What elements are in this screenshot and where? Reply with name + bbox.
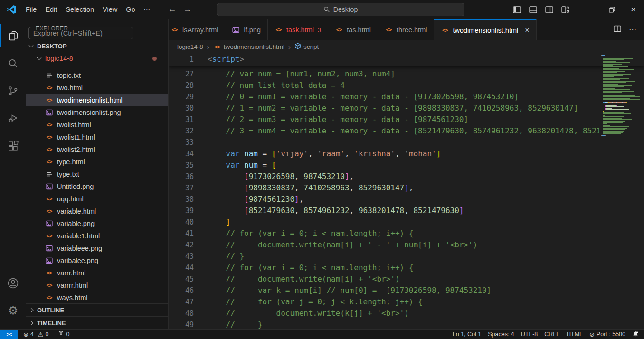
code-line[interactable]: 35 var num = [ bbox=[169, 160, 644, 171]
code-line[interactable]: 48 // document.write(k[j] + '<br>') bbox=[169, 308, 644, 319]
language-mode[interactable]: HTML bbox=[563, 330, 586, 339]
extensions-icon[interactable] bbox=[0, 134, 26, 158]
file-two.html[interactable]: <>two.html bbox=[26, 82, 168, 94]
file-twolist1.html[interactable]: <>twolist1.html bbox=[26, 131, 168, 143]
line-number[interactable]: 35 bbox=[169, 160, 194, 171]
line-number[interactable]: 42 bbox=[169, 239, 194, 251]
line-number[interactable]: 40 bbox=[169, 217, 194, 228]
tab-twodimensionlist.html[interactable]: <>twodimensionlist.html× bbox=[434, 19, 536, 40]
tab-if.png[interactable]: if.png bbox=[225, 19, 267, 40]
breadcrumb-item-script[interactable]: script bbox=[294, 43, 319, 51]
line-number[interactable]: 41 bbox=[169, 228, 194, 239]
file-variable1.html[interactable]: <>variable1.html bbox=[26, 230, 168, 242]
back-arrow-icon[interactable]: ← bbox=[168, 4, 177, 14]
code-line[interactable]: 29 // 0 = num1 = variable - memory - dat… bbox=[169, 91, 644, 103]
breadcrumb-item-twodimensionlist.html[interactable]: <>twodimensionlist.html bbox=[213, 43, 284, 50]
line-number[interactable]: 44 bbox=[169, 262, 194, 273]
code-line[interactable]: 27 // var num = [num1, num2, num3, num4] bbox=[169, 68, 644, 80]
code-line[interactable]: 45 // document.write(nam[i] + '<br>') bbox=[169, 273, 644, 285]
code-editor[interactable]: 26 // var num4 = [8521479630, 8574961232… bbox=[169, 53, 644, 329]
folder-logic14-8[interactable]: logic14-8 bbox=[26, 52, 168, 65]
line-number[interactable]: 37 bbox=[169, 182, 194, 194]
code-line[interactable]: 34 var nam = ['vijay', 'raam', 'krishna'… bbox=[169, 148, 644, 160]
command-center-search[interactable]: Desktop bbox=[217, 3, 464, 16]
line-number[interactable]: 32 bbox=[169, 125, 194, 137]
line-number[interactable]: 45 bbox=[169, 273, 194, 285]
indentation-status[interactable]: Spaces: 4 bbox=[484, 330, 518, 339]
menu-edit[interactable]: Edit bbox=[41, 3, 61, 16]
explorer-icon[interactable] bbox=[0, 24, 26, 47]
toggle-panel-icon[interactable] bbox=[527, 3, 539, 16]
file-variable.png[interactable]: variable.png bbox=[26, 217, 168, 230]
sticky-scroll-line[interactable]: 1<script> bbox=[169, 53, 644, 66]
settings-gear-icon[interactable]: ⚙ bbox=[0, 299, 26, 322]
code-line[interactable]: 40 ] bbox=[169, 217, 644, 228]
problems-status[interactable]: ⊗ 4 ⚠ 0 bbox=[20, 330, 52, 339]
line-number[interactable]: 47 bbox=[169, 296, 194, 308]
code-line[interactable]: 33 bbox=[169, 137, 644, 148]
file-twolist.html[interactable]: <>twolist.html bbox=[26, 119, 168, 131]
code-line[interactable]: 31 // 2 = num3 = variable - memory - dat… bbox=[169, 114, 644, 125]
close-tab-icon[interactable]: × bbox=[525, 26, 529, 35]
code-line[interactable]: 30 // 1 = num2 = variable - memory - dat… bbox=[169, 103, 644, 114]
menu-selection[interactable]: Selection bbox=[61, 3, 98, 16]
line-number[interactable]: 30 bbox=[169, 103, 194, 114]
split-editor-icon[interactable] bbox=[614, 25, 621, 34]
line-number[interactable]: 27 bbox=[169, 68, 194, 80]
code-line[interactable]: 38 [9874561230], bbox=[169, 194, 644, 205]
tab-three.html[interactable]: <>three.html bbox=[378, 19, 434, 40]
file-varrrr.html[interactable]: <>varrrr.html bbox=[26, 279, 168, 292]
file-topic.txt[interactable]: topic.txt bbox=[26, 69, 168, 82]
menu-more-button[interactable]: ⋯ bbox=[140, 3, 155, 16]
line-number[interactable]: 49 bbox=[169, 319, 194, 329]
accounts-icon[interactable] bbox=[0, 271, 26, 295]
outline-section[interactable]: OUTLINE bbox=[26, 303, 168, 316]
close-window-button[interactable]: × bbox=[623, 0, 644, 19]
code-line[interactable]: 36 [9173026598, 987453210], bbox=[169, 171, 644, 182]
line-number[interactable]: 36 bbox=[169, 171, 194, 182]
notifications-bell[interactable] bbox=[629, 330, 642, 339]
cursor-position[interactable]: Ln 1, Col 1 bbox=[449, 330, 484, 339]
search-sidebar-icon[interactable] bbox=[0, 51, 26, 75]
file-varrr.html[interactable]: <>varrr.html bbox=[26, 267, 168, 279]
line-number[interactable]: 28 bbox=[169, 80, 194, 91]
code-line[interactable]: 28 // num list total data = 4 bbox=[169, 80, 644, 91]
file-Untitled.png[interactable]: Untitled.png bbox=[26, 180, 168, 193]
minimize-button[interactable]: ─ bbox=[580, 0, 601, 19]
code-line[interactable]: 44 // for (var i = 0; i < nam.length; i+… bbox=[169, 262, 644, 273]
file-type.txt[interactable]: type.txt bbox=[26, 168, 168, 180]
line-number[interactable]: 33 bbox=[169, 137, 194, 148]
file-variable.html[interactable]: <>variable.html bbox=[26, 205, 168, 217]
code-line[interactable]: 32 // 3 = num4 = variable - memory - dat… bbox=[169, 125, 644, 137]
line-number[interactable]: 39 bbox=[169, 205, 194, 217]
code-line[interactable]: 49 // } bbox=[169, 319, 644, 329]
file-twolist2.html[interactable]: <>twolist2.html bbox=[26, 143, 168, 156]
menu-file[interactable]: File bbox=[21, 3, 41, 16]
file-type.html[interactable]: <>type.html bbox=[26, 156, 168, 168]
source-control-icon[interactable] bbox=[0, 79, 26, 103]
menu-view[interactable]: View bbox=[98, 3, 122, 16]
file-uqq.html[interactable]: <>uqq.html bbox=[26, 193, 168, 205]
breadcrumb-item-logic14-8[interactable]: logic14-8 bbox=[177, 43, 203, 50]
remote-indicator[interactable]: >< bbox=[0, 330, 18, 339]
customize-layout-icon[interactable] bbox=[559, 3, 571, 16]
tab-isArray.html[interactable]: <>isArray.html bbox=[169, 19, 225, 40]
encoding-status[interactable]: UTF-8 bbox=[518, 330, 541, 339]
toggle-secondary-sidebar-icon[interactable] bbox=[543, 3, 555, 16]
line-number[interactable]: 38 bbox=[169, 194, 194, 205]
code-line[interactable]: 42 // document.write(nam[i] + ' - ' + nu… bbox=[169, 239, 644, 251]
ports-status[interactable]: 0 bbox=[55, 330, 73, 339]
file-twodimensionlist.html[interactable]: <>twodimensionlist.html bbox=[26, 94, 168, 106]
line-number[interactable]: 34 bbox=[169, 148, 194, 160]
eol-status[interactable]: CRLF bbox=[541, 330, 563, 339]
line-number[interactable]: 29 bbox=[169, 91, 194, 103]
line-number[interactable]: 46 bbox=[169, 285, 194, 296]
forward-arrow-icon[interactable]: → bbox=[183, 4, 192, 14]
run-debug-icon[interactable] bbox=[0, 106, 26, 130]
code-line[interactable]: 39 [8521479630, 8574961232, 9638201478, … bbox=[169, 205, 644, 217]
code-line[interactable]: 41 // for (var i = 0; i < nam.length; i+… bbox=[169, 228, 644, 239]
tab-tas.html[interactable]: <>tas.html bbox=[328, 19, 378, 40]
code-line[interactable]: 37 [9898330837, 7410258963, 8529630147], bbox=[169, 182, 644, 194]
code-line[interactable]: 47 // for (var j = 0; j < k.length; j++)… bbox=[169, 296, 644, 308]
toggle-sidebar-icon[interactable] bbox=[511, 3, 523, 16]
